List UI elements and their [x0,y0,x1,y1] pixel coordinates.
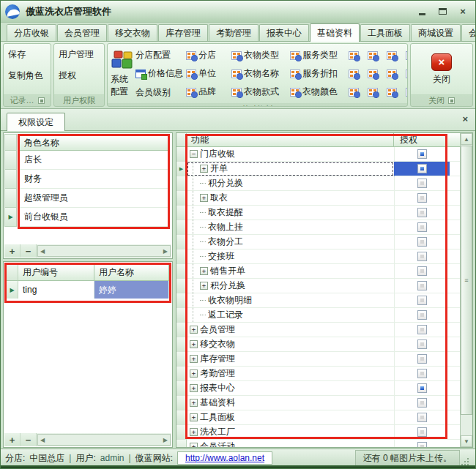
basic-icon-button-r2-1[interactable] [368,88,384,97]
roles-column-header[interactable]: 角色名称 [20,136,168,151]
tree-row-13[interactable]: +移交衣物 [176,337,460,352]
basic-button-服务折扣[interactable]: 服务折扣 [290,67,346,80]
tree-authorize-cell[interactable] [394,323,450,337]
basic-icon-button-r0-2[interactable] [387,51,403,60]
tree-row-5[interactable]: 衣物上挂 [176,220,460,235]
user-code-header[interactable]: 用户编号 [18,265,94,281]
tree-row-11[interactable]: 返工记录 [176,308,460,323]
tree-function-cell[interactable]: +考勤管理 [187,367,394,381]
scroll-left-icon[interactable]: ◀ [40,437,45,443]
tree-function-cell[interactable]: 收衣物明细 [187,293,394,308]
scroll-right-icon[interactable]: ▶ [163,248,168,255]
scrollbar-thumb[interactable]: ≡ [461,146,472,415]
basic-menu-item-2[interactable]: 会员级别 [135,84,183,100]
row-indicator[interactable] [4,151,17,170]
tree-authorize-cell[interactable] [394,176,450,191]
tree-row-10[interactable]: 收衣物明细 [176,293,460,308]
site-link[interactable]: http://www.aolan.net [185,453,264,463]
tree-authorize-cell[interactable] [394,279,450,293]
user-code-cell[interactable]: ting [18,281,94,299]
basic-icon-button-r2-2[interactable] [387,88,403,97]
record-group-button-0[interactable]: 保存 [7,46,48,63]
tree-row-20[interactable]: +会员活动 [176,440,460,447]
user-group-button-0[interactable]: 用户管理 [57,46,101,63]
tree-row-6[interactable]: 衣物分工 [176,235,460,249]
tree-row-0[interactable]: −门店收银 [176,147,460,162]
scroll-down-icon[interactable]: ▼ [461,435,472,447]
tree-row-15[interactable]: +考勤管理 [176,367,460,381]
tree-authorize-cell[interactable] [394,162,450,176]
expand-icon[interactable]: + [200,194,208,202]
tree-function-cell[interactable]: +积分兑换 [187,279,394,293]
authorize-column-header[interactable]: 授权 [394,133,450,147]
add-row-button[interactable]: + [4,244,21,258]
basic-button-品牌[interactable]: 品牌 [186,86,228,98]
basic-icon-button-r0-1[interactable] [368,51,384,60]
tree-function-cell[interactable]: 取衣提醒 [187,206,394,220]
tree-authorize-cell[interactable] [394,147,450,162]
ribbon-tab-0[interactable]: 分店收银 [7,24,56,41]
tab-permission-settings[interactable]: 权限设定 [7,113,65,131]
expand-icon[interactable]: + [200,165,208,173]
tree-row-3[interactable]: +取衣 [176,191,460,206]
tree-authorize-cell[interactable] [394,220,450,235]
tree-row-4[interactable]: 取衣提醒 [176,206,460,220]
auth-checkbox[interactable] [417,398,427,408]
basic-icon-button-r1-2[interactable] [387,70,403,78]
auth-checkbox[interactable] [417,222,427,232]
role-row-1[interactable]: 财务 [20,170,168,189]
auth-checkbox[interactable] [417,266,427,276]
expand-icon[interactable]: + [200,282,208,290]
expand-icon[interactable]: + [190,326,198,334]
expand-icon[interactable]: + [190,428,198,436]
tree-authorize-cell[interactable] [394,352,450,367]
document-close-icon[interactable]: × [462,114,468,124]
basic-icon-button-r1-1[interactable] [368,70,384,78]
tree-row-9[interactable]: +积分兑换 [176,279,460,293]
expand-icon[interactable]: + [190,355,198,363]
tree-authorize-cell[interactable] [394,235,450,249]
auth-checkbox[interactable] [417,179,427,188]
tree-row-2[interactable]: 积分兑换 [176,176,460,191]
ribbon-tab-1[interactable]: 会员管理 [57,24,107,41]
maximize-button[interactable] [434,5,450,18]
auth-checkbox[interactable] [417,193,427,203]
tree-row-1[interactable]: ▶+开单 [176,162,460,176]
vertical-scrollbar[interactable]: ▲ ≡ ▼ [460,133,472,447]
tree-function-cell[interactable]: +洗衣工厂 [187,425,394,440]
ribbon-tab-4[interactable]: 考勤管理 [209,24,259,41]
expand-icon[interactable]: + [200,267,208,275]
tree-authorize-cell[interactable] [394,191,450,206]
user-name-cell[interactable]: 婷婷 [94,281,169,299]
tree-function-cell[interactable]: +移交衣物 [187,337,394,352]
system-config-button[interactable]: 系统配置 [111,46,135,101]
tree-function-cell[interactable]: +报表中心 [187,381,394,396]
tree-function-cell[interactable]: 交接班 [187,249,394,264]
tree-authorize-cell[interactable] [394,264,450,279]
basic-icon-button-r2-3[interactable] [406,88,408,97]
close-button[interactable]: × [455,5,471,18]
row-indicator[interactable] [4,189,17,208]
user-name-header[interactable]: 用户名称 [94,265,169,281]
basic-icon-button-r1-0[interactable] [349,70,365,78]
tree-authorize-cell[interactable] [394,293,450,308]
auth-checkbox[interactable] [417,427,427,437]
expand-icon[interactable]: + [190,384,198,392]
collapse-icon[interactable]: − [190,150,198,158]
basic-icon-button-r0-0[interactable] [349,51,365,60]
expand-icon[interactable]: + [190,443,198,447]
auth-checkbox[interactable] [417,208,427,217]
auth-checkbox[interactable] [417,442,427,447]
auth-checkbox[interactable] [417,310,427,320]
tree-function-cell[interactable]: +销售开单 [187,264,394,279]
expand-icon[interactable]: + [190,413,198,421]
tree-function-cell[interactable]: +库存管理 [187,352,394,367]
auth-checkbox[interactable] [417,296,427,305]
expand-icon[interactable]: + [190,340,198,348]
basic-button-衣物名称[interactable]: 衣物名称 [231,67,287,80]
tree-row-17[interactable]: +基础资料 [176,396,460,410]
basic-menu-item-0[interactable]: 分店配置 [135,47,183,63]
basic-button-服务类型[interactable]: 服务类型 [290,49,346,61]
scroll-left-icon[interactable]: ◀ [40,248,45,255]
basic-icon-button-r1-3[interactable] [406,70,408,78]
